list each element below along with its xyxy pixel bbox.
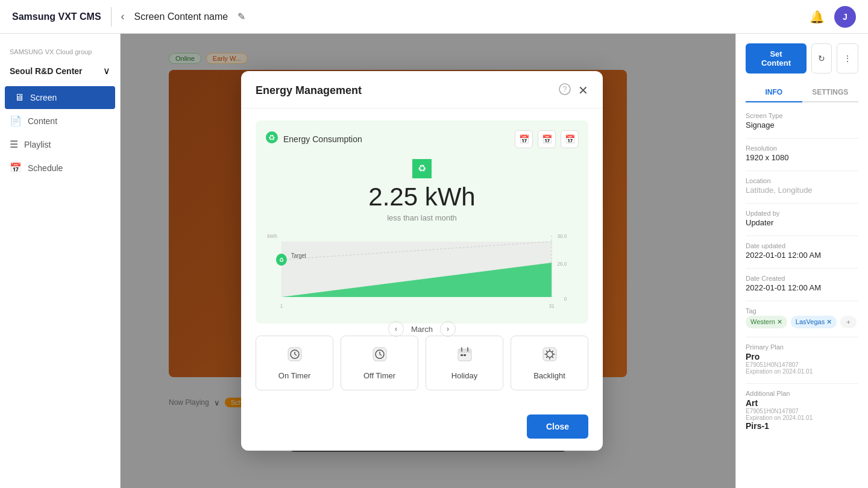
brand-logo: Samsung VXT CMS (12, 11, 101, 22)
tag-list: Western ✕ LasVegas ✕ ＋ (746, 316, 858, 328)
svg-text:26.0: 26.0 (558, 261, 567, 267)
energy-pin-icon: ♻ (412, 159, 432, 178)
backlight-button[interactable]: Backlight (511, 336, 588, 390)
updated-by-row: Updated by Updater (746, 210, 858, 227)
off-timer-button[interactable]: Off Timer (341, 336, 418, 390)
location-label: Location (746, 177, 858, 184)
action-buttons: On Timer Off Timer (256, 336, 588, 390)
chart-next-button[interactable]: › (440, 321, 456, 337)
calendar-week-icon[interactable]: 📅 (538, 130, 556, 148)
right-panel-top: Set Content ↻ ⋮ (746, 43, 858, 74)
date-created-row: Date Created 2022-01-01 12:00 AM (746, 275, 858, 292)
resolution-value: 1920 x 1080 (746, 153, 858, 162)
sidebar-item-label: Screen (30, 93, 57, 102)
primary-plan-expiry: Expiration on 2024.01.01 (746, 368, 858, 375)
date-created-value: 2022-01-01 12:00 AM (746, 283, 858, 292)
energy-calendar-icons: 📅 📅 📅 (515, 130, 579, 148)
avatar[interactable]: J (834, 6, 856, 28)
holiday-icon (456, 346, 473, 366)
svg-text:0: 0 (564, 296, 567, 302)
calendar-day-icon[interactable]: 📅 (515, 130, 533, 148)
svg-text:kWh: kWh (268, 233, 277, 240)
additional-plan-label: Additional Plan (746, 390, 858, 397)
more-button[interactable]: ⋮ (837, 43, 858, 74)
screen-type-label: Screen Type (746, 112, 858, 119)
tag-western[interactable]: Western ✕ (746, 316, 787, 328)
energy-center: ♻ 2.25 kWh less than last month (265, 153, 579, 222)
date-created-label: Date Created (746, 275, 858, 282)
right-panel: Set Content ↻ ⋮ INFO SETTINGS Screen Typ… (735, 34, 868, 488)
energy-card-header: ♻ Energy Consumption 📅 📅 📅 (265, 130, 579, 148)
refresh-button[interactable]: ↻ (811, 43, 832, 74)
energy-consumption-card: ♻ Energy Consumption 📅 📅 📅 (256, 120, 588, 324)
on-timer-icon (286, 346, 303, 366)
holiday-button[interactable]: Holiday (426, 336, 503, 390)
additional-plan-expiry: Expiration on 2024.01.01 (746, 414, 858, 421)
energy-sub-text: less than last month (265, 213, 579, 222)
svg-text:?: ? (563, 85, 567, 93)
edit-icon[interactable]: ✎ (237, 11, 245, 22)
svg-line-41 (552, 351, 553, 352)
chevron-down-icon: ∨ (103, 65, 110, 77)
sidebar-item-playlist[interactable]: ☰ Playlist (0, 133, 120, 156)
tag-lasvegas[interactable]: LasVegas ✕ (791, 316, 837, 328)
tag-add-button[interactable]: ＋ (840, 316, 857, 328)
svg-text:31: 31 (549, 303, 555, 310)
svg-line-39 (546, 351, 547, 352)
tag-label: Tag (746, 307, 858, 314)
svg-rect-32 (464, 354, 466, 356)
tab-info[interactable]: INFO (746, 83, 802, 102)
energy-chart: kWh 30.0 26.0 0 (265, 230, 579, 314)
header: Samsung VXT CMS ‹ Screen Content name ✎ … (0, 0, 868, 34)
header-right: 🔔 J (810, 6, 856, 28)
playlist-icon: ☰ (10, 139, 18, 150)
chart-prev-button[interactable]: ‹ (388, 321, 404, 337)
page-title: Screen Content name (134, 11, 228, 22)
on-timer-label: On Timer (278, 371, 310, 380)
sidebar-org[interactable]: Seoul R&D Center ∨ (0, 60, 120, 86)
svg-text:♻: ♻ (268, 133, 275, 142)
svg-text:30.0: 30.0 (558, 233, 567, 240)
content-area: Online Early W... Now Playing ∨ Schedule… (121, 34, 735, 488)
close-icon[interactable]: ✕ (578, 83, 588, 98)
primary-plan-row: Primary Plan Pro E79051H0N147807 Expirat… (746, 343, 858, 375)
primary-plan-id: E79051H0N147807 (746, 361, 858, 368)
back-button[interactable]: ‹ (121, 10, 125, 23)
primary-plan-label: Primary Plan (746, 343, 858, 351)
modal-body: ♻ Energy Consumption 📅 📅 📅 (241, 108, 603, 414)
additional-plan-id: E79051H0N147807 (746, 408, 858, 414)
energy-number: 2.25 (368, 183, 418, 211)
backlight-icon (541, 346, 558, 366)
additional-plan-row: Additional Plan Art E79051H0N147807 Expi… (746, 390, 858, 431)
screen-type-row: Screen Type Signage (746, 112, 858, 130)
off-timer-icon (371, 346, 388, 366)
modal-title: Energy Management (256, 84, 362, 97)
date-updated-label: Date updated (746, 242, 858, 249)
leaf-icon: ♻ (265, 131, 278, 147)
sidebar: SAMSUNG VX Cloud group Seoul R&D Center … (0, 34, 121, 488)
resolution-row: Resolution 1920 x 1080 (746, 145, 858, 162)
location-row: Location Latitude, Longitude (746, 177, 858, 195)
sidebar-item-content[interactable]: 📄 Content (0, 109, 120, 133)
help-icon[interactable]: ? (559, 83, 571, 98)
header-divider (111, 7, 112, 27)
sidebar-item-schedule[interactable]: 📅 Schedule (0, 156, 120, 180)
sidebar-org-name: Seoul R&D Center (10, 66, 83, 76)
modal-overlay: Energy Management ? ✕ (241, 34, 603, 488)
modal-header: Energy Management ? ✕ (241, 71, 603, 108)
bell-icon[interactable]: 🔔 (810, 10, 825, 24)
updated-by-value: Updater (746, 218, 858, 227)
calendar-month-icon[interactable]: 📅 (561, 130, 579, 148)
set-content-button[interactable]: Set Content (746, 43, 807, 74)
energy-unit: kWh (418, 183, 476, 211)
modal-close-button[interactable]: Close (527, 414, 588, 439)
svg-line-42 (546, 357, 547, 358)
on-timer-button[interactable]: On Timer (256, 336, 333, 390)
modal-header-actions: ? ✕ (559, 83, 588, 98)
sidebar-item-label: Content (28, 116, 57, 126)
sidebar-item-screen[interactable]: 🖥 Screen (5, 86, 115, 109)
tab-settings[interactable]: SETTINGS (802, 83, 859, 101)
svg-text:1: 1 (280, 303, 283, 310)
off-timer-label: Off Timer (363, 371, 395, 380)
date-updated-row: Date updated 2022-01-01 12:00 AM (746, 242, 858, 260)
